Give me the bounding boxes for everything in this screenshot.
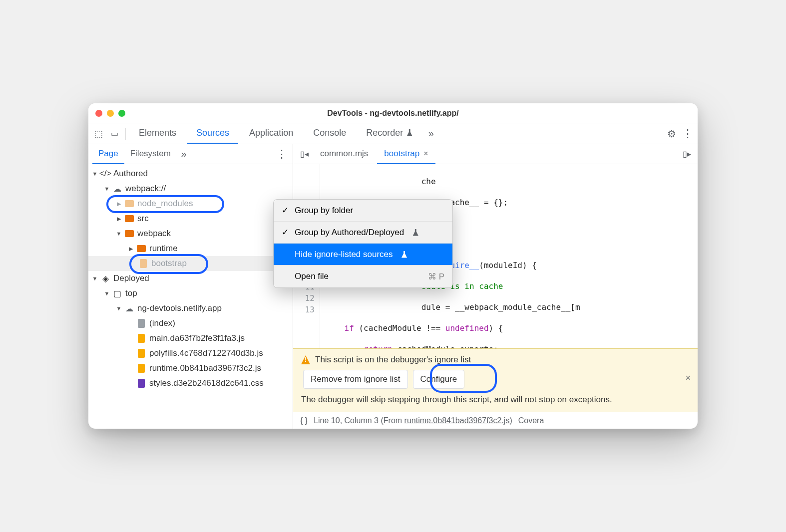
kebab-icon[interactable] [681, 127, 695, 141]
subtab-page[interactable]: Page [92, 144, 124, 164]
folder-icon [125, 200, 134, 207]
remove-from-ignore-button[interactable]: Remove from ignore list [303, 370, 408, 389]
tree-node-modules[interactable]: node_modules [88, 196, 293, 211]
tree-index[interactable]: (index) [88, 316, 293, 331]
tree-webpack[interactable]: ☁ webpack:// [88, 181, 293, 196]
folder-icon [125, 215, 134, 222]
frame-icon: ▢ [112, 289, 122, 298]
inspect-icon[interactable] [91, 127, 105, 141]
file-icon [138, 319, 145, 328]
tab-application[interactable]: Application [240, 123, 302, 144]
tree-authored[interactable]: </> Authored [88, 166, 293, 181]
tree-runtime[interactable]: runtime [88, 241, 293, 256]
tree-bootstrap[interactable]: bootstrap [88, 256, 293, 271]
warning-description: The debugger will skip stepping through … [301, 395, 690, 405]
tree-styles-css[interactable]: styles.d3e2b24618d2c641.css [88, 376, 293, 391]
tree-deployed[interactable]: ◈ Deployed [88, 271, 293, 286]
close-tab-icon[interactable]: × [423, 149, 428, 158]
warning-title: This script is on the debugger's ignore … [315, 355, 471, 365]
menu-hide-ignore-listed[interactable]: Hide ignore-listed sources [274, 244, 452, 266]
tab-console[interactable]: Console [304, 123, 355, 144]
tree-src[interactable]: src [88, 211, 293, 226]
status-bar: { } Line 10, Column 3 (From runtime.0b84… [293, 412, 698, 429]
file-icon [138, 379, 145, 388]
device-toggle-icon[interactable] [107, 127, 121, 141]
check-icon: ✓ [282, 205, 290, 216]
tree-top[interactable]: ▢ top [88, 286, 293, 301]
main-tabstrip: Elements Sources Application Console Rec… [88, 123, 698, 144]
editor-tab-common[interactable]: common.mjs [313, 144, 375, 164]
check-icon: ✓ [282, 227, 290, 238]
menu-group-by-folder[interactable]: ✓ Group by folder [274, 200, 452, 222]
more-subtabs-icon[interactable] [177, 147, 191, 161]
navigator-panel: Page Filesystem </> Authored ☁ webpack:/… [88, 144, 293, 429]
braces-icon[interactable]: { } [300, 416, 308, 425]
file-icon [138, 349, 145, 358]
close-icon[interactable] [95, 110, 102, 117]
coverage-label: Covera [518, 416, 544, 425]
folder-icon [125, 230, 134, 237]
flask-icon [401, 251, 408, 258]
titlebar: DevTools - ng-devtools.netlify.app/ [88, 103, 698, 123]
file-tree: </> Authored ☁ webpack:// node_modules s… [88, 164, 293, 429]
source-file-link[interactable]: runtime.0b841bad3967f3c2.js [404, 416, 510, 425]
menu-group-by-authored[interactable]: ✓ Group by Authored/Deployed [274, 222, 452, 244]
content-area: Page Filesystem </> Authored ☁ webpack:/… [88, 144, 698, 429]
menu-open-file[interactable]: Open file ⌘ P [274, 266, 452, 287]
context-menu: ✓ Group by folder ✓ Group by Authored/De… [273, 199, 453, 288]
tree-host[interactable]: ☁ ng-devtools.netlify.app [88, 301, 293, 316]
cloud-icon: ☁ [112, 184, 122, 193]
navigator-kebab-icon[interactable] [275, 147, 289, 161]
file-icon [138, 364, 145, 373]
devtools-window: DevTools - ng-devtools.netlify.app/ Elem… [88, 103, 698, 429]
tree-polyfills-js[interactable]: polyfills.4c768d7122740d3b.js [88, 346, 293, 361]
navigator-tabs: Page Filesystem [88, 144, 293, 164]
tab-recorder[interactable]: Recorder [357, 123, 422, 144]
settings-icon[interactable] [665, 127, 679, 141]
code-icon: </> [100, 169, 110, 178]
traffic-lights [95, 110, 125, 117]
tree-main-js[interactable]: main.da63f7b2fe3f1fa3.js [88, 331, 293, 346]
folder-icon [137, 245, 146, 252]
zoom-icon[interactable] [118, 110, 125, 117]
flask-icon [412, 229, 419, 236]
divider [125, 128, 126, 140]
tab-sources[interactable]: Sources [187, 123, 238, 144]
more-tabs-icon[interactable] [424, 127, 438, 141]
nav-back-icon[interactable]: ▯◂ [297, 147, 311, 161]
warning-icon [301, 355, 310, 364]
file-icon [138, 334, 145, 343]
minimize-icon[interactable] [107, 110, 114, 117]
ignore-list-warning: This script is on the debugger's ignore … [293, 348, 698, 412]
deployed-icon: ◈ [100, 274, 110, 283]
tree-webpack-folder[interactable]: webpack [88, 226, 293, 241]
close-warning-icon[interactable]: × [685, 373, 691, 383]
window-title: DevTools - ng-devtools.netlify.app/ [88, 109, 698, 118]
tree-runtime-js[interactable]: runtime.0b841bad3967f3c2.js [88, 361, 293, 376]
file-icon [140, 259, 147, 268]
cursor-position: Line 10, Column 3 [314, 416, 379, 425]
configure-button[interactable]: Configure [413, 370, 465, 389]
subtab-filesystem[interactable]: Filesystem [124, 144, 177, 164]
tab-elements[interactable]: Elements [130, 123, 185, 144]
editor-tab-bootstrap[interactable]: bootstrap × [377, 144, 435, 164]
cloud-icon: ☁ [124, 304, 134, 313]
toggle-sidebar-icon[interactable]: ▯▸ [680, 147, 694, 161]
editor-tabstrip: ▯◂ common.mjs bootstrap × ▯▸ [293, 144, 698, 164]
shortcut-label: ⌘ P [428, 271, 444, 282]
